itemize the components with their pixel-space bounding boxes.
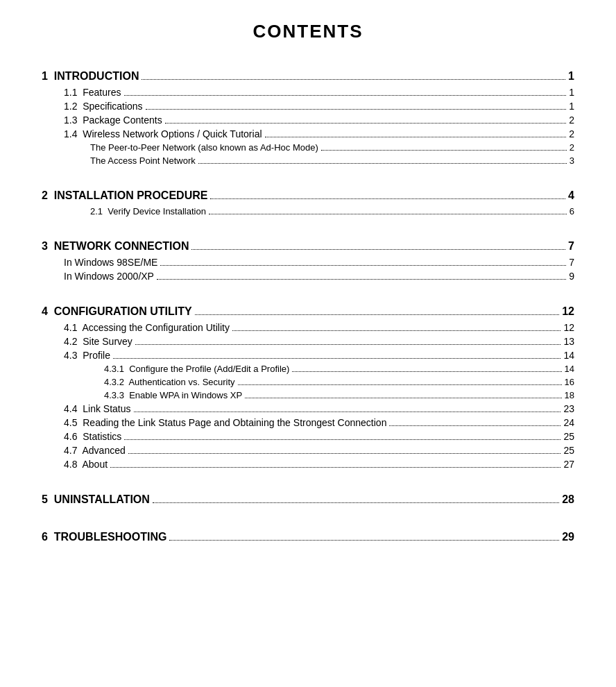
- toc-entry: 4.8 About27: [42, 459, 574, 470]
- toc-page: 1: [569, 101, 574, 112]
- toc-label: 2 INSTALLATION PROCEDURE: [42, 189, 207, 202]
- page-title: CONTENTS: [42, 21, 574, 42]
- toc-page: 4: [568, 189, 574, 202]
- toc-page: 23: [563, 403, 574, 414]
- toc-label: 1.1 Features: [64, 87, 121, 98]
- toc-dots: [210, 198, 565, 199]
- toc-dots: [292, 371, 561, 372]
- toc-dots: [113, 358, 561, 359]
- toc-label: 4.2 Site Survey: [64, 336, 132, 347]
- toc-entry: 2 INSTALLATION PROCEDURE4: [42, 189, 574, 202]
- toc-page: 9: [569, 271, 574, 282]
- toc-dots: [124, 95, 567, 96]
- toc-label: 2.1 Verify Device Installation: [90, 206, 206, 217]
- toc-entry: In Windows 98SE/ME7: [42, 257, 574, 268]
- toc-dots: [160, 265, 566, 266]
- toc-page: 2: [569, 128, 574, 139]
- toc-page: 6: [570, 206, 574, 217]
- toc-dots: [321, 150, 567, 151]
- toc-dots: [157, 279, 566, 280]
- toc-page: 1: [569, 87, 574, 98]
- toc-page: 14: [563, 350, 574, 361]
- toc-label: 1.2 Specifications: [64, 101, 143, 112]
- toc-dots: [191, 249, 565, 250]
- toc-page: 14: [565, 364, 574, 374]
- toc-entry: 4.3.2 Authentication vs. Security16: [42, 377, 574, 387]
- toc-label: In Windows 2000/XP: [64, 271, 154, 282]
- toc-entry: 1.4 Wireless Network Options / Quick Tut…: [42, 128, 574, 139]
- toc-container: 1 INTRODUCTION11.1 Features11.2 Specific…: [42, 70, 574, 543]
- toc-dots: [195, 314, 560, 315]
- toc-label: 1.3 Package Contents: [64, 114, 162, 126]
- toc-page: 1: [568, 70, 574, 83]
- toc-page: 16: [565, 377, 574, 387]
- toc-page: 3: [570, 155, 574, 166]
- toc-entry: The Access Point Network3: [42, 155, 574, 166]
- toc-label: 4.4 Link Status: [64, 403, 131, 414]
- toc-entry: In Windows 2000/XP9: [42, 271, 574, 282]
- toc-page: 18: [565, 390, 574, 400]
- toc-label: The Peer-to-Peer Network (also known as …: [90, 142, 318, 153]
- toc-page: 25: [563, 431, 574, 442]
- toc-page: 29: [562, 531, 574, 543]
- toc-entry: 1.3 Package Contents2: [42, 114, 574, 126]
- toc-label: 4 CONFIGURATION UTILITY: [42, 305, 192, 318]
- toc-entry: 4.1 Accessing the Configuration Utility1…: [42, 322, 574, 333]
- toc-label: 4.3.1 Configure the Profile (Add/Edit a …: [104, 364, 289, 374]
- toc-page: 2: [570, 142, 574, 153]
- toc-dots: [142, 79, 565, 80]
- toc-entry: 6 TROUBLESHOOTING29: [42, 531, 574, 543]
- toc-entry: 1 INTRODUCTION1: [42, 70, 574, 83]
- toc-page: 27: [563, 459, 574, 470]
- toc-entry: The Peer-to-Peer Network (also known as …: [42, 142, 574, 153]
- toc-label: 1.4 Wireless Network Options / Quick Tut…: [64, 128, 262, 139]
- toc-entry: 5 UNINSTALLATION28: [42, 493, 574, 506]
- toc-dots: [165, 123, 567, 124]
- toc-label: 3 NETWORK CONNECTION: [42, 240, 189, 253]
- toc-dots: [128, 453, 561, 454]
- toc-page: 25: [563, 445, 574, 456]
- toc-dots: [153, 502, 559, 503]
- toc-label: 4.3.3 Enable WPA in Windows XP: [104, 390, 242, 400]
- toc-entry: 4.7 Advanced25: [42, 445, 574, 456]
- toc-dots: [209, 214, 567, 214]
- toc-label: 4.8 About: [64, 459, 108, 470]
- toc-page: 2: [569, 114, 574, 126]
- toc-label: 4.3.2 Authentication vs. Security: [104, 377, 235, 387]
- toc-label: 4.3 Profile: [64, 350, 110, 361]
- toc-label: 6 TROUBLESHOOTING: [42, 531, 166, 543]
- toc-label: 4.7 Advanced: [64, 445, 126, 456]
- toc-dots: [265, 137, 567, 137]
- toc-entry: 4.3 Profile14: [42, 350, 574, 361]
- toc-entry: 2.1 Verify Device Installation6: [42, 206, 574, 217]
- toc-dots: [169, 540, 559, 541]
- toc-dots: [135, 344, 561, 345]
- toc-page: 24: [563, 417, 574, 428]
- toc-entry: 4.5 Reading the Link Status Page and Obt…: [42, 417, 574, 428]
- toc-dots: [232, 330, 561, 331]
- toc-dots: [198, 163, 567, 164]
- toc-entry: 4.3.1 Configure the Profile (Add/Edit a …: [42, 364, 574, 374]
- toc-label: 4.5 Reading the Link Status Page and Obt…: [64, 417, 386, 428]
- toc-dots: [245, 398, 561, 398]
- toc-entry: 1.1 Features1: [42, 87, 574, 98]
- toc-dots: [110, 467, 561, 468]
- toc-page: 7: [568, 240, 574, 253]
- toc-dots: [389, 425, 561, 426]
- toc-entry: 1.2 Specifications1: [42, 101, 574, 112]
- toc-page: 28: [562, 493, 574, 506]
- toc-page: 12: [563, 322, 574, 333]
- toc-label: In Windows 98SE/ME: [64, 257, 157, 268]
- toc-dots: [124, 439, 561, 440]
- toc-page: 7: [569, 257, 574, 268]
- toc-label: 1 INTRODUCTION: [42, 70, 139, 83]
- toc-label: 5 UNINSTALLATION: [42, 493, 150, 506]
- toc-entry: 4.6 Statistics25: [42, 431, 574, 442]
- toc-entry: 4 CONFIGURATION UTILITY12: [42, 305, 574, 318]
- toc-dots: [134, 412, 561, 412]
- toc-entry: 4.3.3 Enable WPA in Windows XP18: [42, 390, 574, 400]
- toc-entry: 4.4 Link Status23: [42, 403, 574, 414]
- toc-dots: [146, 109, 567, 110]
- toc-dots: [238, 384, 562, 385]
- toc-page: 12: [562, 305, 574, 318]
